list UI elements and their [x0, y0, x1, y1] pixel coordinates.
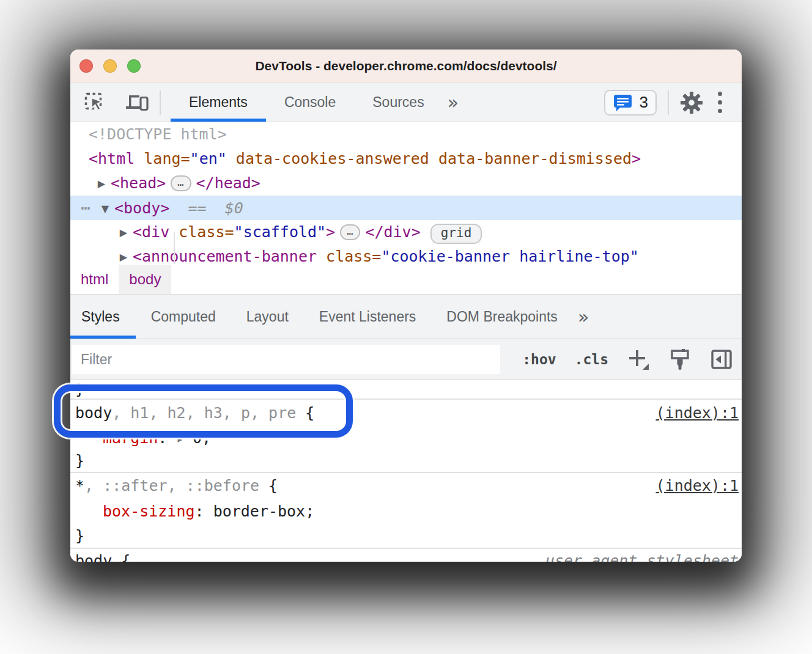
inline-expand-button[interactable]: … [340, 224, 360, 240]
collapse-arrow-icon[interactable]: ▼ [96, 197, 114, 221]
expand-arrow-icon[interactable]: ▶ [114, 245, 133, 265]
close-window-button[interactable] [79, 59, 93, 73]
tab-console[interactable]: Console [266, 83, 354, 122]
tab-elements[interactable]: Elements [171, 83, 266, 122]
tab-styles[interactable]: Styles [70, 295, 136, 339]
tree-indent-guide [174, 232, 175, 264]
messages-icon [613, 93, 633, 112]
expand-arrow-icon[interactable]: ▶ [114, 221, 133, 245]
new-style-rule-button[interactable] [627, 348, 650, 371]
stylesheet-source-link[interactable]: (index):1 [656, 400, 739, 427]
dom-node-div-scaffold[interactable]: ▶<div class="scaffold">…</div>grid [70, 220, 742, 244]
css-rule-close: } [70, 450, 742, 472]
inspect-element-button[interactable] [84, 92, 106, 114]
more-panels-button[interactable]: » [443, 83, 463, 122]
tab-computed[interactable]: Computed [136, 295, 231, 339]
tab-dom-breakpoints[interactable]: DOM Breakpoints [431, 295, 573, 339]
expand-arrow-icon[interactable]: ▶ [92, 172, 111, 196]
annotation-highlight-ring [54, 384, 353, 438]
more-sidebar-tabs-button[interactable]: » [573, 295, 594, 339]
toggle-device-toolbar-button[interactable] [124, 92, 149, 114]
traffic-lights [79, 59, 141, 73]
customize-devtools-button[interactable] [714, 92, 726, 113]
breadcrumb-item-body[interactable]: body [119, 265, 171, 294]
issues-messages-button[interactable]: 3 [604, 90, 657, 116]
plus-icon [627, 348, 650, 371]
gear-icon [680, 91, 703, 114]
paint-brush-icon [668, 348, 692, 371]
stylesheet-source-link[interactable]: (index):1 [656, 473, 739, 499]
inspect-icon [84, 92, 106, 114]
dom-breadcrumb: html body [70, 265, 742, 295]
css-declaration-box-sizing[interactable]: box-sizing: border-box; [70, 499, 742, 524]
sidebar-tabs: Styles Computed Layout Event Listeners D… [70, 295, 742, 339]
node-actions-icon[interactable]: ⋯ [75, 196, 96, 220]
screenshot-stage: DevTools - developer.chrome.com/docs/dev… [0, 0, 812, 654]
toolbar-divider [668, 90, 669, 115]
grid-badge[interactable]: grid [430, 224, 482, 244]
inline-expand-button[interactable]: … [171, 175, 191, 191]
settings-button[interactable] [680, 91, 703, 114]
toolbar-divider [160, 90, 161, 115]
css-rule-close: } [70, 524, 742, 548]
title-bar: DevTools - developer.chrome.com/docs/dev… [70, 50, 742, 83]
dom-node-head[interactable]: ▶<head>…</head> [70, 171, 742, 196]
dom-node-doctype[interactable]: <!DOCTYPE html> [70, 122, 742, 147]
tab-sources[interactable]: Sources [354, 83, 442, 122]
devtools-window: DevTools - developer.chrome.com/docs/dev… [70, 50, 742, 562]
toggle-element-classes-button[interactable]: .cls [575, 351, 608, 367]
panel-tabs: Elements Console Sources » [171, 83, 463, 122]
main-toolbar: Elements Console Sources » [70, 83, 742, 122]
breadcrumb-item-html[interactable]: html [70, 265, 119, 294]
messages-count: 3 [640, 93, 648, 112]
styles-filter-bar: :hov .cls [70, 339, 742, 380]
dom-node-announcement-banner[interactable]: ▶<announcement-banner class="cookie-bann… [70, 244, 742, 265]
tab-layout[interactable]: Layout [231, 295, 304, 339]
rendering-emulation-button[interactable] [668, 348, 692, 371]
chevron-double-icon: » [448, 92, 459, 113]
styles-filter-input[interactable] [72, 345, 500, 374]
stylesheet-origin-label: user agent stylesheet [545, 549, 739, 562]
dom-node-body-selected[interactable]: ⋯▼<body> == $0 [70, 196, 742, 220]
panel-toggle-icon [710, 348, 733, 370]
dom-node-html[interactable]: <html lang="en" data-cookies-answered da… [70, 147, 742, 171]
toggle-hover-state-button[interactable]: :hov [522, 351, 556, 367]
kebab-menu-icon [718, 92, 722, 96]
tab-event-listeners[interactable]: Event Listeners [304, 295, 432, 339]
css-rule-user-agent[interactable]: body {user agent stylesheet [70, 549, 742, 562]
minimize-window-button[interactable] [103, 59, 117, 73]
chevron-double-icon: » [578, 306, 589, 328]
elements-dom-tree: <!DOCTYPE html> <html lang="en" data-coo… [70, 122, 742, 265]
window-title: DevTools - developer.chrome.com/docs/dev… [255, 59, 556, 73]
zoom-window-button[interactable] [127, 59, 141, 73]
css-rule-selector[interactable]: *, ::after, ::before {(index):1 [70, 473, 742, 499]
device-toolbar-icon [124, 92, 149, 114]
toggle-sidebar-panel-button[interactable] [710, 348, 733, 370]
